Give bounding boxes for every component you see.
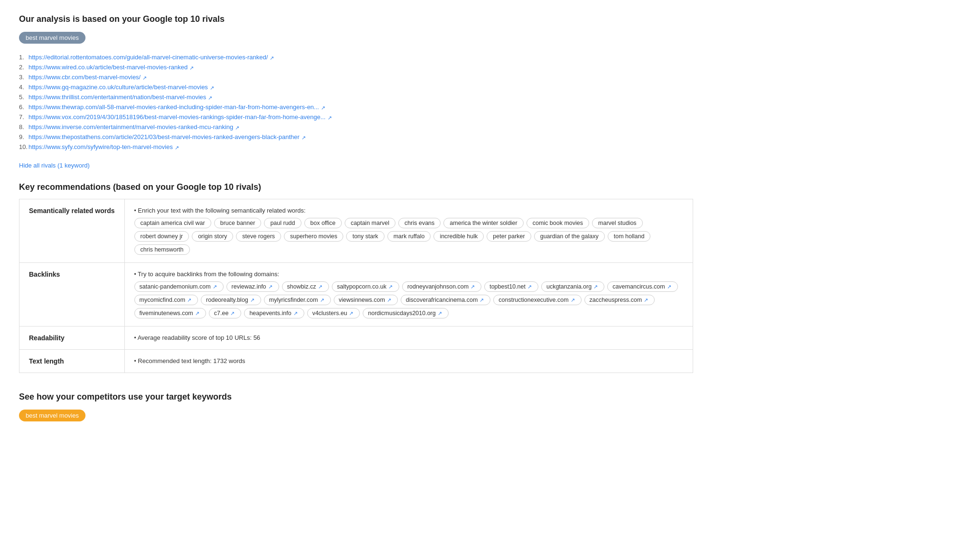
rival-number: 4.: [19, 84, 28, 91]
rival-item: 3.https://www.cbr.com/best-marvel-movies…: [19, 72, 693, 82]
semantic-tag: peter parker: [487, 231, 531, 242]
external-link-icon: ↗: [230, 310, 236, 316]
semantic-tag: paul rudd: [264, 218, 301, 228]
recommendation-row: Semantically related words• Enrich your …: [19, 199, 693, 263]
semantic-tag: chris evans: [398, 218, 441, 228]
external-link-icon: ↗: [349, 310, 355, 316]
external-link-icon: ↗: [175, 145, 180, 150]
external-link-icon: ↗: [388, 284, 394, 289]
backlink-tag: rodneyvanjohnson.com↗: [402, 281, 481, 292]
rival-url[interactable]: https://www.vox.com/2019/4/30/18518196/b…: [28, 113, 326, 121]
rival-number: 6.: [19, 103, 28, 111]
rival-url[interactable]: https://www.thepostathens.com/article/20…: [28, 133, 300, 140]
external-link-icon: ↗: [644, 297, 649, 303]
external-link-icon: ↗: [208, 95, 214, 101]
row-text: • Recommended text length: 1732 words: [134, 357, 683, 364]
rival-url[interactable]: https://www.thewrap.com/all-58-marvel-mo…: [28, 103, 319, 111]
rival-number: 1.: [19, 54, 28, 61]
backlink-tag: mycomicfind.com↗: [134, 295, 198, 305]
semantic-tag: guardian of the galaxy: [534, 231, 605, 242]
backlink-tag: heapevents.info↗: [244, 308, 304, 318]
recommendation-row: Backlinks• Try to acquire backlinks from…: [19, 263, 693, 327]
rival-url[interactable]: https://www.cbr.com/best-marvel-movies/: [28, 74, 141, 81]
backlink-tag: discoverafricancinema.com↗: [401, 295, 490, 305]
external-link-icon: ↗: [320, 297, 326, 303]
external-link-icon: ↗: [593, 284, 599, 289]
recommendation-row: Text length• Recommended text length: 17…: [19, 350, 693, 373]
external-link-icon: ↗: [527, 284, 533, 289]
semantic-tag: chris hemsworth: [134, 244, 190, 255]
external-link-icon: ↗: [318, 284, 324, 289]
semantic-tag: mark ruffalo: [387, 231, 431, 242]
rival-item: 6.https://www.thewrap.com/all-58-marvel-…: [19, 102, 693, 112]
rival-number: 2.: [19, 64, 28, 71]
external-link-icon: ↗: [480, 297, 485, 303]
semantic-tag: incredible hulk: [433, 231, 484, 242]
semantic-tag: marvel studios: [592, 218, 643, 228]
external-link-icon: ↗: [189, 65, 195, 71]
semantic-tag: tom holland: [608, 231, 651, 242]
semantic-tag: box office: [304, 218, 342, 228]
external-link-icon: ↗: [321, 105, 327, 111]
backlink-tag: showbiz.cz↗: [282, 281, 329, 292]
semantic-tag: bruce banner: [214, 218, 262, 228]
rival-url[interactable]: https://www.wired.co.uk/article/best-mar…: [28, 64, 188, 71]
rival-number: 3.: [19, 74, 28, 81]
recommendations-title: Key recommendations (based on your Googl…: [19, 182, 693, 192]
rival-url[interactable]: https://www.thrillist.com/entertainment/…: [28, 93, 206, 101]
external-link-icon: ↗: [470, 284, 476, 289]
semantic-tag: superhero movies: [284, 231, 343, 242]
recommendation-row: Readability• Average readability score o…: [19, 327, 693, 350]
rivals-list: 1.https://editorial.rottentomatoes.com/g…: [19, 52, 693, 152]
semantic-tag: steve rogers: [236, 231, 281, 242]
recommendations-table: Semantically related words• Enrich your …: [19, 199, 693, 373]
rival-item: 10.https://www.syfy.com/syfywire/top-ten…: [19, 142, 693, 152]
rival-url[interactable]: https://www.syfy.com/syfywire/top-ten-ma…: [28, 143, 173, 150]
semantic-tag: comic book movies: [527, 218, 589, 228]
semantic-tag: captain america civil war: [134, 218, 211, 228]
hide-rivals-link[interactable]: Hide all rivals (1 keyword): [19, 162, 90, 169]
external-link-icon: ↗: [270, 55, 275, 61]
backlink-tag: reviewaz.info↗: [226, 281, 279, 292]
external-link-icon: ↗: [210, 85, 216, 91]
semantic-tag: robert downey jr: [134, 231, 189, 242]
rival-item: 7.https://www.vox.com/2019/4/30/18518196…: [19, 112, 693, 122]
backlink-tag: rodeorealty.blog↗: [201, 295, 261, 305]
rival-item: 5.https://www.thrillist.com/entertainmen…: [19, 92, 693, 102]
keyword-badge: best marvel movies: [19, 32, 85, 44]
rival-number: 8.: [19, 123, 28, 131]
rival-number: 5.: [19, 93, 28, 101]
tags-container: captain america civil warbruce bannerpau…: [134, 218, 683, 255]
external-link-icon: ↗: [268, 284, 274, 289]
competitors-keyword-badge: best marvel movies: [19, 410, 85, 421]
row-label: Readability: [19, 327, 125, 350]
row-intro-text: • Try to acquire backlinks from the foll…: [134, 271, 280, 278]
row-label: Backlinks: [19, 263, 125, 327]
external-link-icon: ↗: [301, 135, 307, 140]
row-intro-text: • Enrich your text with the following se…: [134, 207, 306, 214]
row-content: • Enrich your text with the following se…: [124, 199, 693, 263]
backlink-tag: v4clusters.eu↗: [307, 308, 360, 318]
backlink-tag: topbest10.net↗: [484, 281, 538, 292]
external-link-icon: ↗: [235, 125, 241, 131]
rival-url[interactable]: https://editorial.rottentomatoes.com/gui…: [28, 54, 268, 61]
backlink-tag: zaccheuspress.com↗: [584, 295, 655, 305]
rival-number: 9.: [19, 133, 28, 140]
rival-url[interactable]: https://www.gq-magazine.co.uk/culture/ar…: [28, 84, 208, 91]
backlink-tag: saltypopcorn.co.uk↗: [332, 281, 399, 292]
backlink-tag: fiveminutenews.com↗: [134, 308, 206, 318]
rival-item: 1.https://editorial.rottentomatoes.com/g…: [19, 52, 693, 62]
external-link-icon: ↗: [213, 284, 218, 289]
external-link-icon: ↗: [328, 115, 333, 121]
rival-url[interactable]: https://www.inverse.com/entertainment/ma…: [28, 123, 233, 131]
external-link-icon: ↗: [250, 297, 256, 303]
rival-number: 10.: [19, 143, 28, 150]
rival-item: 2.https://www.wired.co.uk/article/best-m…: [19, 62, 693, 72]
backlink-tag: c7.ee↗: [209, 308, 242, 318]
backlink-tag: nordicmusicdays2010.org↗: [363, 308, 448, 318]
backlinks-container: satanic-pandemonium.com↗reviewaz.info↗sh…: [134, 281, 683, 318]
competitors-title: See how your competitors use your target…: [19, 392, 693, 402]
semantic-tag: tony stark: [346, 231, 384, 242]
external-link-icon: ↗: [387, 297, 393, 303]
backlink-tag: satanic-pandemonium.com↗: [134, 281, 224, 292]
